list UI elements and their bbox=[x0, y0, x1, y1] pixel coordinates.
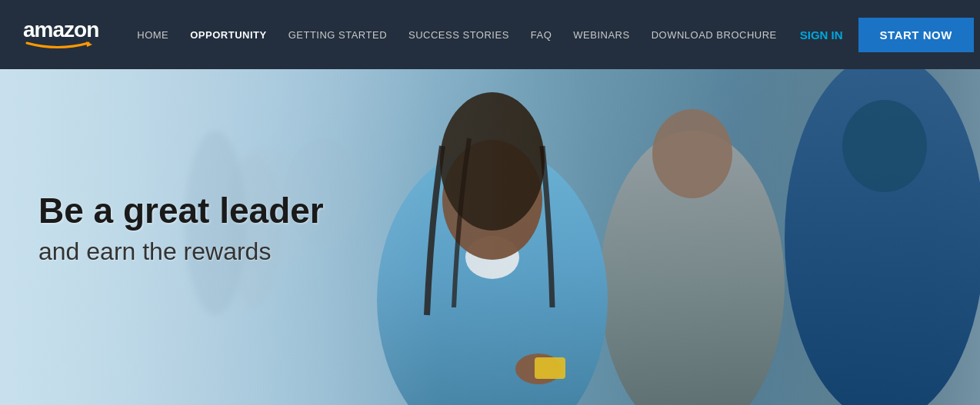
nav-link-getting-started[interactable]: GETTING STARTED bbox=[288, 29, 387, 41]
amazon-smile-icon bbox=[23, 41, 92, 50]
hero-text-container: Be a great leader and earn the rewards bbox=[38, 191, 324, 267]
amazon-logo[interactable]: amazon bbox=[23, 19, 98, 50]
nav-actions: SIGN IN START NOW bbox=[800, 18, 974, 52]
nav-link-download-brochure[interactable]: DOWNLOAD BROCHURE bbox=[652, 29, 777, 41]
hero-headline: Be a great leader bbox=[38, 191, 324, 230]
nav-link-home[interactable]: HOME bbox=[137, 29, 168, 41]
nav-link-webinars[interactable]: WEBINARS bbox=[573, 29, 629, 41]
hero-section: Be a great leader and earn the rewards bbox=[0, 69, 980, 405]
start-now-button[interactable]: START NOW bbox=[858, 18, 974, 52]
nav-link-faq[interactable]: FAQ bbox=[531, 29, 552, 41]
sign-in-link[interactable]: SIGN IN bbox=[800, 28, 843, 41]
nav-link-opportunity[interactable]: OPPORTUNITY bbox=[190, 29, 266, 41]
nav-link-success-stories[interactable]: SUCCESS STORIES bbox=[408, 29, 509, 41]
navbar: amazon HOME OPPORTUNITY GETTING STARTED … bbox=[0, 0, 980, 69]
nav-links: HOME OPPORTUNITY GETTING STARTED SUCCESS… bbox=[137, 29, 777, 41]
logo-text: amazon bbox=[23, 19, 98, 41]
hero-subheadline: and earn the rewards bbox=[38, 236, 324, 268]
